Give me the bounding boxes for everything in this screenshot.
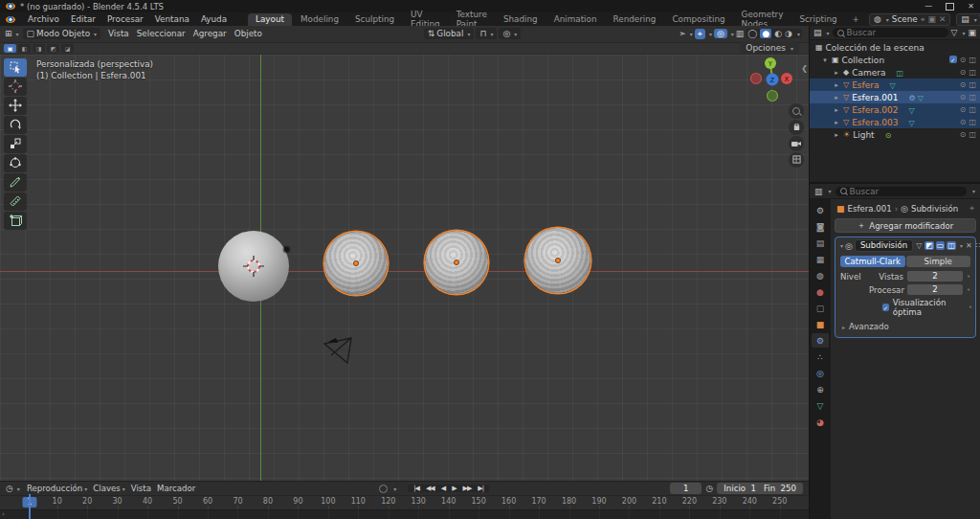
hide-eye-icon[interactable]: ⊙: [960, 105, 967, 114]
modifier-extras-arrow[interactable]: ▾: [960, 242, 963, 249]
outliner-collection-row[interactable]: ▾▣Collection✓⊙◫: [810, 54, 980, 66]
disclosure-arrow[interactable]: ▸: [833, 94, 840, 102]
selectability-filter[interactable]: ➣▾: [679, 29, 693, 38]
shading-rendered-icon[interactable]: ◑: [785, 29, 792, 38]
disable-render-icon[interactable]: ◫: [969, 68, 976, 77]
properties-tab-tool[interactable]: ⚙: [812, 203, 829, 217]
disclosure-arrow[interactable]: ▸: [833, 81, 840, 89]
properties-tab-constraints[interactable]: ⊕: [812, 382, 829, 396]
orientation-selector[interactable]: ⇅ Global ▾: [424, 28, 475, 39]
current-frame-field[interactable]: 1: [670, 483, 702, 494]
viewport-levels-field[interactable]: 2: [907, 271, 963, 282]
hide-eye-icon[interactable]: ⊙: [960, 93, 967, 102]
properties-tab-material[interactable]: ◕: [812, 415, 829, 429]
workspace-tab-animation[interactable]: Animation: [546, 13, 605, 26]
tool-rotate-button[interactable]: [4, 116, 27, 134]
properties-tab-render[interactable]: ◙: [812, 219, 829, 234]
exclude-checkbox[interactable]: ✓: [949, 56, 957, 63]
disclosure-arrow[interactable]: ▸: [833, 131, 840, 139]
properties-tab-view-layer[interactable]: ▦: [812, 252, 829, 266]
timeline-editor-type-button[interactable]: ◷▾: [6, 484, 20, 493]
tool-move-button[interactable]: [4, 97, 27, 115]
properties-editor-type-icon[interactable]: ▥: [814, 187, 823, 196]
pin-icon[interactable]: ⌖: [921, 14, 925, 25]
workspace-tab-scripting[interactable]: Scripting: [791, 13, 844, 26]
xray-toggle[interactable]: ▥: [736, 29, 745, 38]
add-modifier-button[interactable]: ＋ Agregar modificador: [835, 218, 976, 233]
auto-key-button[interactable]: [379, 485, 388, 493]
render-levels-field[interactable]: 2: [907, 284, 963, 295]
properties-tab-output[interactable]: ▤: [812, 236, 829, 250]
menu-ventana[interactable]: Ventana: [149, 13, 195, 25]
add-workspace-button[interactable]: +: [847, 14, 865, 24]
panel-expand-arrow[interactable]: ▾: [840, 242, 843, 249]
decorator-dot[interactable]: •: [969, 304, 972, 311]
scene-selector[interactable]: ◍▾ Scene ⌖ ▣ ✕: [869, 13, 950, 26]
outliner-scene-collection[interactable]: ▦Colección de la escena: [810, 41, 980, 54]
decorator-dot[interactable]: •: [967, 273, 970, 281]
advanced-section-toggle[interactable]: ▸ Avanzado: [838, 320, 972, 333]
gizmo-y-negative[interactable]: [768, 90, 778, 101]
select-mode-set-button[interactable]: ▣: [4, 44, 16, 53]
play-reverse-button[interactable]: ◀: [438, 485, 448, 492]
timeline-menu-reproducción[interactable]: Reproducción▾: [24, 484, 90, 493]
outliner-options-icon[interactable]: ▣: [968, 28, 976, 37]
workspace-tab-compositing[interactable]: Compositing: [664, 13, 732, 26]
timeline-tracks[interactable]: ›: [0, 509, 809, 519]
disable-render-icon[interactable]: ◫: [969, 118, 976, 126]
tool-add-cube-button[interactable]: [4, 212, 27, 230]
outliner-item-esfera.003[interactable]: ▸▽Esfera.003▽⊙◫: [810, 116, 980, 128]
properties-tab-object-data[interactable]: ▽: [812, 398, 829, 413]
select-mode-intersect-button[interactable]: ◪: [61, 44, 74, 53]
workspace-tab-rendering[interactable]: Rendering: [606, 13, 664, 26]
frame-range-fields[interactable]: Inicio 1 Fin 250: [717, 483, 803, 494]
delete-modifier-button[interactable]: ✕: [965, 241, 973, 250]
tool-measure-button[interactable]: [4, 192, 27, 211]
modifier-name-field[interactable]: Subdivisión: [855, 239, 913, 252]
viewport-menu-seleccionar[interactable]: Seleccionar: [133, 28, 189, 39]
blender-menu-icon[interactable]: [6, 16, 15, 23]
disable-render-icon[interactable]: ◫: [969, 130, 976, 139]
navigation-gizmo[interactable]: X Y Z: [746, 56, 799, 110]
hide-eye-icon[interactable]: ⊙: [960, 130, 967, 139]
outliner-item-esfera.001[interactable]: ▸▽Esfera.001⚙▽⊙◫: [810, 91, 980, 103]
options-dropdown[interactable]: Opciones ▾: [740, 42, 799, 54]
menu-archivo[interactable]: Archivo: [22, 13, 65, 25]
properties-options-arrow[interactable]: ▾: [972, 188, 975, 194]
overlays-toggle[interactable]: ◎▾: [714, 29, 734, 38]
properties-tab-world[interactable]: ●: [812, 284, 829, 299]
properties-search-input[interactable]: Buscar: [835, 187, 967, 196]
shading-solid-icon[interactable]: ●: [760, 29, 771, 38]
outliner-item-camera[interactable]: ▸◆Camera◫⊙◫: [810, 66, 980, 79]
workspace-tab-sculpting[interactable]: Sculpting: [347, 13, 402, 26]
on-cage-toggle[interactable]: ▽: [915, 241, 923, 250]
3d-viewport[interactable]: Personalizada (perspectiva) (1) Collecti…: [0, 55, 809, 481]
workspace-tab-layout[interactable]: Layout: [248, 13, 292, 26]
viewport-menu-objeto[interactable]: Objeto: [231, 28, 266, 39]
timeline-ruler[interactable]: 1 ‹ 102030405060708090100110120130140150…: [0, 495, 809, 508]
hide-eye-icon[interactable]: ⊙: [960, 118, 967, 126]
disable-render-icon[interactable]: ◫: [969, 80, 976, 89]
tool-scale-button[interactable]: [4, 135, 27, 153]
maximize-button[interactable]: [946, 3, 954, 11]
unlink-icon[interactable]: ✕: [939, 14, 946, 24]
outliner-display-mode-icon[interactable]: ▤: [813, 28, 822, 37]
tool-select-box-button[interactable]: [4, 58, 27, 77]
pan-view-button[interactable]: [789, 120, 804, 135]
disable-render-icon[interactable]: ◫: [969, 105, 976, 114]
workspace-tab-modeling[interactable]: Modeling: [293, 13, 346, 26]
disclosure-arrow[interactable]: ▸: [833, 119, 840, 126]
outliner-item-light[interactable]: ▸☀Light⊙⊙◫: [810, 128, 980, 141]
gizmo-x-negative[interactable]: [751, 73, 762, 83]
realtime-display-toggle[interactable]: ▭: [936, 241, 946, 250]
hide-eye-icon[interactable]: ⊙: [960, 80, 967, 89]
zoom-view-button[interactable]: [789, 103, 804, 119]
camera-object[interactable]: [319, 334, 365, 374]
menu-procesar[interactable]: Procesar: [101, 13, 149, 25]
view-layer-selector[interactable]: ▤▾ ViewLayer ▣: [956, 13, 980, 26]
viewport-menu-agregar[interactable]: Agregar: [189, 28, 231, 39]
orthographic-toggle-button[interactable]: [789, 152, 804, 168]
select-mode-subtract-button[interactable]: ◨: [33, 44, 45, 53]
play-button[interactable]: ▶: [449, 485, 458, 492]
hide-eye-icon[interactable]: ⊙: [960, 56, 967, 64]
